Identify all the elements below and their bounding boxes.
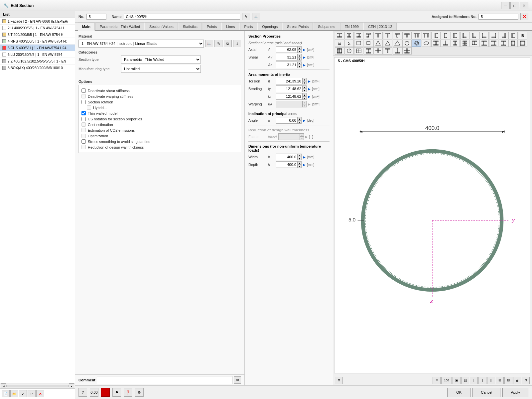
shape-i-plus[interactable]	[460, 40, 469, 47]
depth-up[interactable]: ▲	[298, 161, 302, 165]
shape-tt2[interactable]	[422, 32, 431, 39]
material-book-button[interactable]: 📖	[205, 40, 213, 47]
warping-up[interactable]: ▲	[303, 101, 307, 104]
shear-az-up[interactable]: ▲	[298, 62, 302, 65]
viz-100-button[interactable]: 100	[441, 377, 452, 384]
shape-r3-11[interactable]	[373, 47, 383, 55]
viz-panel1-button[interactable]: ▣	[453, 377, 461, 384]
list-item[interactable]: 8 BOX(AX) 400/250/200/5/5/100/10	[0, 65, 75, 71]
shape-bracket1[interactable]	[431, 32, 441, 39]
axial-arrow[interactable]: ▶	[303, 48, 306, 52]
book-button[interactable]: 📖	[252, 13, 260, 20]
section-type-select[interactable]: Parametric - Thin-Walled	[121, 56, 201, 64]
question-button[interactable]: ❓	[124, 388, 132, 397]
angle-input[interactable]	[276, 117, 298, 124]
list-item[interactable]: 6 LU 200/150/5/5 | 1 - EN AW-5754	[0, 51, 75, 58]
tab-parts[interactable]: Parts	[240, 23, 257, 30]
width-arrow[interactable]: ▶	[303, 155, 306, 159]
settings2-button[interactable]: ⚙	[135, 388, 144, 397]
shape-r3-14[interactable]	[402, 47, 412, 55]
tab-openings[interactable]: Openings	[258, 23, 282, 30]
shape-corner1[interactable]	[489, 32, 498, 39]
shape-t2[interactable]	[383, 32, 392, 39]
shear-ay-input[interactable]	[276, 54, 298, 61]
shape-t1[interactable]	[373, 32, 383, 39]
shape-rect2[interactable]	[364, 40, 373, 47]
tab-lines[interactable]: Lines	[222, 23, 239, 30]
shape-r3-6[interactable]	[518, 40, 527, 47]
viz-table-button[interactable]: ⊞	[496, 377, 504, 384]
name-input[interactable]	[124, 14, 240, 20]
torsion-arrow[interactable]: ▶	[308, 79, 311, 83]
shear-az-down[interactable]: ▼	[298, 65, 302, 68]
bending-iy-input[interactable]	[276, 85, 303, 92]
shape-tria1[interactable]	[373, 40, 383, 47]
hybrid-checkbox[interactable]	[87, 105, 91, 110]
viz-dots-button[interactable]: ⠿	[433, 377, 441, 384]
width-up[interactable]: ▲	[298, 154, 302, 157]
co2-estimation-checkbox[interactable]	[81, 128, 86, 132]
shape-b[interactable]: B	[518, 32, 527, 39]
axial-up[interactable]: ▲	[298, 46, 302, 50]
shape-r3-4[interactable]	[499, 40, 508, 47]
shape-i1[interactable]	[335, 32, 344, 39]
list-item-selected[interactable]: 5 CHS 400/5/H | 1 - EN AW-5754 H24	[0, 45, 75, 51]
factor-input[interactable]	[278, 133, 300, 140]
section-rotation-checkbox[interactable]	[81, 100, 86, 104]
shear-az-input[interactable]	[276, 62, 298, 68]
undo-button[interactable]: ↩	[28, 390, 36, 397]
optimization-checkbox[interactable]	[81, 134, 86, 138]
comment-copy-button[interactable]: ⧉	[234, 376, 241, 384]
factor-down[interactable]: ▼	[300, 137, 304, 140]
factor-arrow[interactable]: ▶	[305, 135, 308, 139]
axial-value-input[interactable]	[276, 46, 298, 53]
maximize-button[interactable]: □	[510, 2, 519, 9]
shape-r3-13[interactable]	[393, 47, 402, 55]
shape-i3[interactable]	[354, 32, 363, 39]
new-item-button[interactable]: 📄	[2, 390, 10, 397]
list-item[interactable]: 7 Z 400/102.5/102.5/5/5/5/5/5 | 1 - EN	[0, 58, 75, 65]
list-item[interactable]: 4 RHS 400/200/5 | 1 - EN AW-5754 H:	[0, 38, 75, 45]
shape-c[interactable]	[508, 32, 518, 39]
scroll-left[interactable]: ◂	[1, 383, 6, 389]
list-item[interactable]: 3 T 200/200/5/5 | 1 - EN AW-5754 H	[0, 31, 75, 38]
cost-estimation-checkbox[interactable]	[81, 122, 86, 127]
warping-input[interactable]	[276, 101, 303, 107]
shear-ay-arrow[interactable]: ▶	[303, 56, 306, 59]
ok-button[interactable]: OK	[447, 388, 470, 397]
list-item[interactable]: 1 Facade | 2 - EN AW-6060 (ET,EP,ER/	[0, 18, 75, 25]
shape-r3-2[interactable]	[479, 40, 489, 47]
viz-col2-button[interactable]: ‖	[478, 377, 486, 384]
help-button[interactable]: ?	[78, 388, 87, 397]
tab-main[interactable]: Main	[78, 23, 95, 31]
shape-bracket2[interactable]	[441, 32, 450, 39]
shape-t4[interactable]	[402, 32, 412, 39]
shape-bracket3[interactable]	[451, 32, 460, 39]
deactivate-warping-checkbox[interactable]	[81, 94, 86, 98]
shape-l2[interactable]	[470, 32, 479, 39]
bending-iz-down[interactable]: ▼	[303, 96, 307, 100]
bending-iz-input[interactable]	[276, 93, 303, 100]
angle-arrow[interactable]: ▶	[303, 119, 306, 122]
shape-l-rev1[interactable]	[499, 32, 508, 39]
comment-input[interactable]	[97, 376, 232, 384]
shape-l3[interactable]	[479, 32, 489, 39]
shape-l1[interactable]	[460, 32, 469, 39]
tab-parametric[interactable]: Parametric - Thin-Walled	[95, 23, 144, 30]
cancel-button[interactable]: Cancel	[472, 388, 500, 397]
torsion-down[interactable]: ▼	[303, 81, 307, 84]
assigned-input[interactable]	[478, 14, 518, 20]
tab-section-values[interactable]: Section Values	[145, 23, 178, 30]
shape-r3-10[interactable]	[364, 47, 373, 55]
viz-settings-button[interactable]: ⚙	[522, 377, 530, 384]
flag-button[interactable]: ⚑	[112, 388, 121, 397]
viz-col3-button[interactable]: |||	[487, 377, 495, 384]
material-info-button[interactable]: ℹ	[233, 40, 241, 47]
viz-properties-button[interactable]: ⚙	[335, 377, 343, 384]
warping-arrow[interactable]: ▶	[308, 102, 311, 106]
bending-iz-up[interactable]: ▲	[303, 93, 307, 96]
torsion-up[interactable]: ▲	[303, 78, 307, 81]
shape-r3-7[interactable]	[335, 47, 344, 55]
viz-print-button[interactable]: 🖨	[513, 377, 521, 384]
shear-az-arrow[interactable]: ▶	[303, 63, 306, 67]
